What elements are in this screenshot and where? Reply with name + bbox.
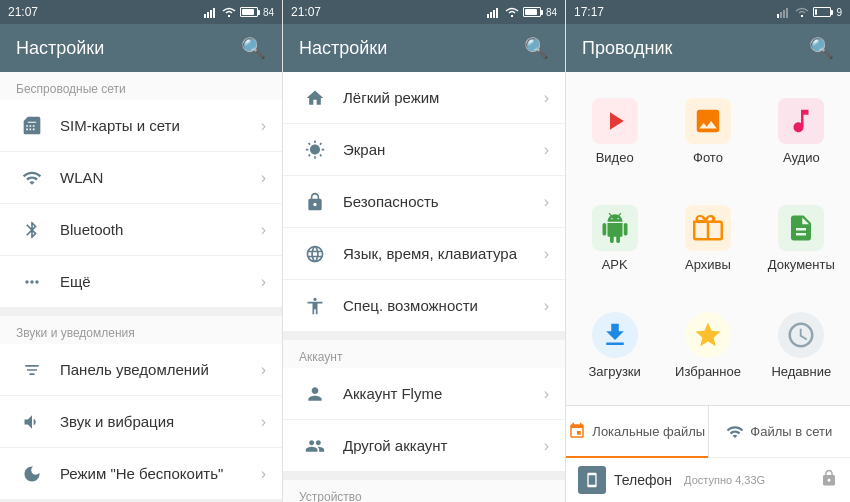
bluetooth-chevron: › [261, 221, 266, 239]
dnd-icon [16, 458, 48, 490]
more-label: Ещё [60, 273, 261, 290]
file-item-photo[interactable]: Фото [663, 80, 752, 183]
downloads-label: Загрузки [589, 364, 641, 379]
signal-icon-middle [487, 7, 501, 18]
docs-icon [778, 205, 824, 251]
security-item[interactable]: Безопасность › [283, 176, 565, 228]
storage-name: Телефон [614, 472, 672, 488]
other-account-item[interactable]: Другой аккаунт › [283, 420, 565, 472]
easy-mode-icon [299, 82, 331, 114]
sound-chevron: › [261, 413, 266, 431]
flyme-item[interactable]: Аккаунт Flyme › [283, 368, 565, 420]
language-icon [299, 238, 331, 270]
local-files-icon [568, 422, 586, 440]
battery-left [240, 7, 260, 17]
file-item-video[interactable]: Видео [570, 80, 659, 183]
svg-rect-0 [204, 14, 206, 18]
wifi-icon-left [221, 7, 237, 18]
section-account: Аккаунт [283, 340, 565, 368]
other-account-label: Другой аккаунт [343, 437, 544, 454]
search-icon-right[interactable]: 🔍 [809, 36, 834, 60]
favorites-icon [685, 312, 731, 358]
other-account-icon [299, 430, 331, 462]
wlan-chevron: › [261, 169, 266, 187]
bottom-nav-row: Локальные файлы Файлы в сети [566, 406, 850, 458]
audio-label: Аудио [783, 150, 820, 165]
dnd-label: Режим "Не беспокоить" [60, 465, 261, 482]
status-icons-middle: 84 [487, 7, 557, 18]
search-icon-left[interactable]: 🔍 [241, 36, 266, 60]
header-left: Настройки 🔍 [0, 24, 282, 72]
easy-mode-item[interactable]: Лёгкий режим › [283, 72, 565, 124]
language-item[interactable]: Язык, время, клавиатура › [283, 228, 565, 280]
file-item-archives[interactable]: Архивы [663, 187, 752, 290]
sound-item[interactable]: Звук и вибрация › [0, 396, 282, 448]
storage-row[interactable]: Телефон Доступно 4,33G [566, 458, 850, 502]
apk-label: APK [602, 257, 628, 272]
security-label: Безопасность [343, 193, 544, 210]
language-chevron: › [544, 245, 549, 263]
svg-rect-11 [786, 8, 788, 18]
video-icon [592, 98, 638, 144]
local-files-tab[interactable]: Локальные файлы [566, 406, 708, 458]
file-item-favorites[interactable]: Избранное [663, 294, 752, 397]
notifications-icon [16, 354, 48, 386]
flyme-label: Аккаунт Flyme [343, 385, 544, 402]
screen-label: Экран [343, 141, 544, 158]
archives-icon [685, 205, 731, 251]
status-bar-middle: 21:07 84 [283, 0, 565, 24]
file-item-recent[interactable]: Недавние [757, 294, 846, 397]
svg-rect-9 [780, 12, 782, 18]
svg-rect-7 [496, 8, 498, 18]
sound-icon [16, 406, 48, 438]
middle-panel-title: Настройки [299, 38, 387, 59]
accessibility-item[interactable]: Спец. возможности › [283, 280, 565, 332]
screen-chevron: › [544, 141, 549, 159]
favorites-label: Избранное [675, 364, 741, 379]
battery-level-left: 84 [263, 7, 274, 18]
wifi-icon-middle [504, 7, 520, 18]
screen-item[interactable]: Экран › [283, 124, 565, 176]
header-middle: Настройки 🔍 [283, 24, 565, 72]
accessibility-label: Спец. возможности [343, 297, 544, 314]
section-device: Устройство [283, 480, 565, 502]
middle-panel: 21:07 84 Настройки 🔍 [283, 0, 566, 502]
status-icons-right: 9 [777, 7, 842, 18]
dnd-chevron: › [261, 465, 266, 483]
right-panel: 17:17 9 Проводник 🔍 [566, 0, 850, 502]
screen-icon [299, 134, 331, 166]
flyme-icon [299, 378, 331, 410]
search-icon-middle[interactable]: 🔍 [524, 36, 549, 60]
file-item-audio[interactable]: Аудио [757, 80, 846, 183]
notifications-item[interactable]: Панель уведомлений › [0, 344, 282, 396]
wlan-icon [16, 162, 48, 194]
file-item-docs[interactable]: Документы [757, 187, 846, 290]
wlan-item[interactable]: WLAN › [0, 152, 282, 204]
svg-rect-3 [213, 8, 215, 18]
svg-rect-8 [777, 14, 779, 18]
dnd-item[interactable]: Режим "Не беспокоить" › [0, 448, 282, 500]
svg-rect-6 [493, 10, 495, 18]
status-bar-right: 17:17 9 [566, 0, 850, 24]
left-content: Беспроводные сети SIM-карты и сети › WLA… [0, 72, 282, 502]
flyme-chevron: › [544, 385, 549, 403]
accessibility-icon [299, 290, 331, 322]
notifications-chevron: › [261, 361, 266, 379]
accessibility-chevron: › [544, 297, 549, 315]
file-item-downloads[interactable]: Загрузки [570, 294, 659, 397]
svg-rect-2 [210, 10, 212, 18]
easy-mode-label: Лёгкий режим [343, 89, 544, 106]
wlan-label: WLAN [60, 169, 261, 186]
sim-item[interactable]: SIM-карты и сети › [0, 100, 282, 152]
bluetooth-item[interactable]: Bluetooth › [0, 204, 282, 256]
battery-middle [523, 7, 543, 17]
time-middle: 21:07 [291, 5, 321, 19]
svg-rect-10 [783, 10, 785, 18]
local-files-label: Локальные файлы [592, 424, 705, 439]
svg-rect-1 [207, 12, 209, 18]
file-item-apk[interactable]: APK [570, 187, 659, 290]
battery-level-middle: 84 [546, 7, 557, 18]
more-item[interactable]: Ещё › [0, 256, 282, 308]
network-files-tab[interactable]: Файлы в сети [708, 406, 851, 458]
section-label-sounds: Звуки и уведомления [0, 316, 282, 344]
